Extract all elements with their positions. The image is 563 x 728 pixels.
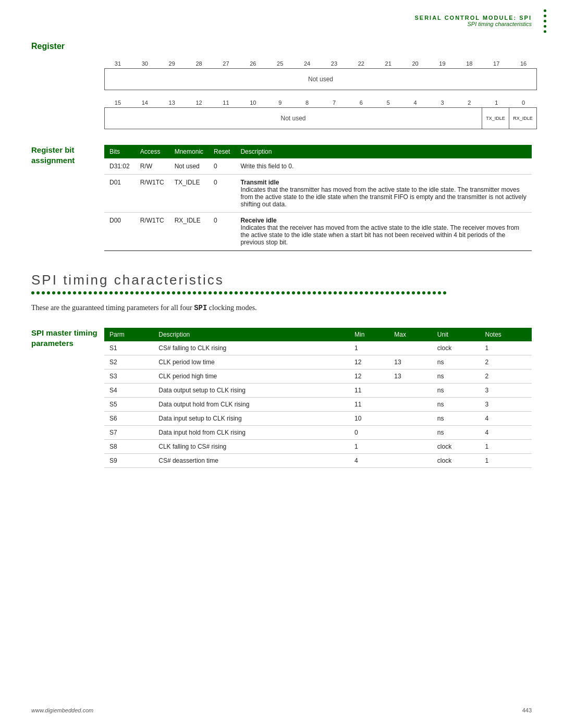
bit-1: 1 bbox=[483, 100, 510, 106]
list-item: S9 CS# deassertion time 4 clock 1 bbox=[104, 454, 532, 468]
col-unit: Unit bbox=[432, 328, 480, 341]
bit-10: 10 bbox=[239, 100, 266, 106]
cell-bits: D00 bbox=[104, 213, 135, 251]
cell-unit: ns bbox=[432, 398, 480, 412]
cell-max bbox=[389, 341, 432, 355]
register-bit-heading: Register bit assignment bbox=[31, 145, 104, 166]
cell-notes: 4 bbox=[480, 412, 532, 426]
lower-bit-numbers: 15 14 13 12 11 10 9 8 7 6 5 4 3 2 1 0 bbox=[104, 100, 537, 106]
cell-parm: S6 bbox=[104, 412, 153, 426]
cell-parm: S5 bbox=[104, 398, 153, 412]
cell-desc: Data input hold from CLK rising bbox=[153, 426, 349, 440]
footer-page-number: 443 bbox=[522, 707, 532, 713]
cell-notes: 2 bbox=[480, 369, 532, 384]
dotted-line-decoration bbox=[31, 291, 532, 294]
register-bit-table-container: Bits Access Mnemonic Reset Description D… bbox=[104, 145, 532, 251]
cell-min: 11 bbox=[349, 384, 389, 398]
main-content: Register 31 30 29 28 27 26 25 24 23 22 2… bbox=[0, 0, 563, 520]
col-min: Min bbox=[349, 328, 389, 341]
bit-21: 21 bbox=[375, 60, 402, 67]
col-bits: Bits bbox=[104, 145, 135, 158]
cell-parm: S3 bbox=[104, 369, 153, 384]
cell-desc: Data output setup to CLK rising bbox=[153, 384, 349, 398]
spi-master-table-container: Parm Description Min Max Unit Notes S1 C… bbox=[104, 328, 532, 468]
cell-max: 13 bbox=[389, 369, 432, 384]
cell-desc: Data output hold from CLK rising bbox=[153, 398, 349, 412]
bit-5: 5 bbox=[375, 100, 402, 106]
cell-max bbox=[389, 426, 432, 440]
cell-notes: 2 bbox=[480, 355, 532, 369]
spi-table-header-row: Parm Description Min Max Unit Notes bbox=[104, 328, 532, 341]
bit-20: 20 bbox=[402, 60, 429, 67]
tx-idle-cell: TX_IDLE bbox=[482, 108, 509, 129]
bit-28: 28 bbox=[186, 60, 213, 67]
bit-22: 22 bbox=[348, 60, 375, 67]
list-item: S7 Data input hold from CLK rising 0 ns … bbox=[104, 426, 532, 440]
col-desc: Description bbox=[153, 328, 349, 341]
register-bit-label: Register bit assignment bbox=[31, 145, 104, 251]
register-bit-table: Bits Access Mnemonic Reset Description D… bbox=[104, 145, 532, 251]
spi-timing-heading: SPI timing characteristics bbox=[31, 272, 532, 288]
lower-not-used: Not used bbox=[105, 108, 482, 129]
rx-idle-cell: RX_IDLE bbox=[509, 108, 536, 129]
list-item: S2 CLK period low time 12 13 ns 2 bbox=[104, 355, 532, 369]
cell-min: 11 bbox=[349, 398, 389, 412]
col-parm: Parm bbox=[104, 328, 153, 341]
footer-url: www.digiembedded.com bbox=[31, 707, 93, 713]
cell-max bbox=[389, 398, 432, 412]
bit-17: 17 bbox=[483, 60, 510, 67]
bit-15: 15 bbox=[104, 100, 131, 106]
bit-24: 24 bbox=[293, 60, 321, 67]
cell-notes: 1 bbox=[480, 454, 532, 468]
bit-8: 8 bbox=[293, 100, 321, 106]
bit-2: 2 bbox=[456, 100, 483, 106]
cell-access: R/W1TC bbox=[135, 213, 169, 251]
cell-desc: CLK falling to CS# rising bbox=[153, 440, 349, 454]
cell-parm: S7 bbox=[104, 426, 153, 440]
cell-description: Transmit idle Indicates that the transmi… bbox=[235, 175, 532, 213]
cell-min: 1 bbox=[349, 341, 389, 355]
cell-max bbox=[389, 440, 432, 454]
bit-3: 3 bbox=[429, 100, 456, 106]
col-mnemonic: Mnemonic bbox=[169, 145, 209, 158]
cell-max bbox=[389, 412, 432, 426]
bit-29: 29 bbox=[158, 60, 186, 67]
cell-desc: CLK period high time bbox=[153, 369, 349, 384]
cell-parm: S9 bbox=[104, 454, 153, 468]
col-access: Access bbox=[135, 145, 169, 158]
cell-reset: 0 bbox=[209, 175, 235, 213]
bit-14: 14 bbox=[131, 100, 158, 106]
list-item: S3 CLK period high time 12 13 ns 2 bbox=[104, 369, 532, 384]
spi-master-heading: SPI master timing parameters bbox=[31, 328, 104, 349]
spi-master-label: SPI master timing parameters bbox=[31, 328, 104, 468]
bit-31: 31 bbox=[104, 60, 131, 67]
page-header: SERIAL CONTROL MODULE: SPI SPI timing ch… bbox=[414, 15, 532, 27]
cell-desc: Data input setup to CLK rising bbox=[153, 412, 349, 426]
spi-master-section: SPI master timing parameters Parm Descri… bbox=[31, 328, 532, 468]
register-heading: Register bbox=[31, 42, 532, 51]
cell-parm: S8 bbox=[104, 440, 153, 454]
cell-min: 12 bbox=[349, 355, 389, 369]
cell-notes: 3 bbox=[480, 384, 532, 398]
col-description: Description bbox=[235, 145, 532, 158]
col-max: Max bbox=[389, 328, 432, 341]
bit-27: 27 bbox=[213, 60, 240, 67]
list-item: S4 Data output setup to CLK rising 11 ns… bbox=[104, 384, 532, 398]
cell-desc: CS# falling to CLK rising bbox=[153, 341, 349, 355]
cell-unit: clock bbox=[432, 341, 480, 355]
cell-reset: 0 bbox=[209, 158, 235, 175]
cell-access: R/W1TC bbox=[135, 175, 169, 213]
module-title: SERIAL CONTROL MODULE: SPI bbox=[414, 15, 532, 21]
bit-13: 13 bbox=[158, 100, 186, 106]
cell-min: 4 bbox=[349, 454, 389, 468]
cell-access: R/W bbox=[135, 158, 169, 175]
cell-desc: CS# deassertion time bbox=[153, 454, 349, 468]
cell-unit: ns bbox=[432, 412, 480, 426]
bit-30: 30 bbox=[131, 60, 158, 67]
upper-register-box: Not used bbox=[104, 68, 537, 90]
cell-min: 10 bbox=[349, 412, 389, 426]
list-item: S8 CLK falling to CS# rising 1 clock 1 bbox=[104, 440, 532, 454]
cell-unit: ns bbox=[432, 369, 480, 384]
cell-min: 1 bbox=[349, 440, 389, 454]
cell-mnemonic: RX_IDLE bbox=[169, 213, 209, 251]
